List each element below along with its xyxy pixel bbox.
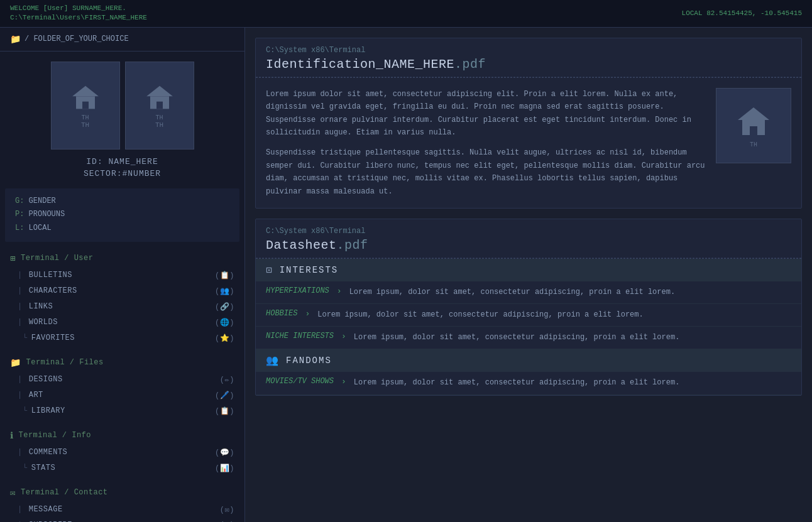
nav-library-label: LIBRARY (31, 406, 65, 415)
nav-characters-count: (👥) (215, 286, 234, 296)
nav-user-section: ⊞ Terminal / User | BULLETINS (📋) | CHAR… (0, 249, 244, 346)
nav-links-label: LINKS (29, 302, 53, 311)
arrow-icon-2: › (305, 309, 310, 321)
folder-icon: 📁 (10, 34, 21, 45)
nav-comments-count: (💬) (215, 448, 234, 457)
profile-info: ID: NAME_HERE SECTOR:#NUMBER (84, 157, 161, 178)
nav-contact-title: Terminal / Contact (21, 488, 108, 497)
nav-user-title: Terminal / User (21, 254, 94, 263)
pipe-icon: | (18, 391, 23, 400)
topbar-welcome: WELCOME [User] SURNAME_HERE. (10, 4, 147, 13)
interests-icon: ⊡ (266, 264, 273, 276)
nav-subscribe[interactable]: | SUBSCRIBE (+) (0, 518, 244, 522)
nav-comments-label: COMMENTS (29, 448, 68, 457)
nav-info-title: Terminal / Info (19, 431, 92, 440)
datasheet-card: C:\System x86\Terminal Datasheet.pdf ⊡ I… (255, 219, 802, 396)
pipe-icon: | (18, 448, 23, 457)
nav-comments[interactable]: | COMMENTS (💬) (0, 445, 244, 460)
profile-images: TH TH (51, 62, 194, 150)
doc1-para2: Suspendisse tristique pellentesque sagit… (266, 146, 706, 198)
svg-marker-3 (146, 86, 173, 97)
nav-favorites[interactable]: └ FAVORITES (⭐) (0, 330, 244, 346)
profile-id: ID: NAME_HERE (84, 157, 161, 166)
svg-marker-6 (738, 107, 769, 120)
doc2-title-text: Datasheet (266, 238, 337, 253)
nav-favorites-count: (⭐) (215, 334, 234, 343)
doc2-header: C:\System x86\Terminal Datasheet.pdf (256, 219, 801, 258)
sub-arrow-icon: └ (23, 464, 28, 472)
stat-pronouns-key: P: (15, 210, 24, 219)
identification-card: C:\System x86\Terminal Identification_NA… (255, 38, 802, 209)
profile-section: TH TH (0, 52, 244, 188)
interest-key-movies: MOVIES/TV SHOWS (266, 377, 334, 389)
interests-section-header: ⊡ INTERESTS (256, 259, 801, 281)
doc1-title: Identification_NAME_HERE.pdf (266, 57, 791, 72)
arrow-icon-3: › (341, 332, 346, 344)
sub-arrow-icon: └ (23, 406, 28, 415)
interests-title: INTERESTS (280, 265, 339, 275)
topbar-path: C:\Terminal\Users\FIRST_NAME_HERE (10, 13, 147, 23)
doc1-title-text: Identification_NAME_HERE (266, 57, 454, 72)
doc1-house-icon: TH (735, 102, 772, 148)
nav-worlds-label: WORLDS (29, 318, 58, 327)
svg-rect-5 (156, 102, 163, 109)
nav-worlds-count: (🌐) (215, 318, 234, 327)
house-icon-2: TH (144, 82, 175, 129)
stat-pronouns-value: PRONOUNS (29, 210, 65, 219)
nav-info-section: ℹ Terminal / Info | COMMENTS (💬) └ STATS (0, 427, 244, 476)
interest-value-hobbies: Lorem ipsum, dolor sit amet, consectetur… (317, 309, 643, 321)
topbar-right: LOCAL 82.54154425, -10.545415 (682, 9, 802, 17)
nav-bulletins-count: (📋) (215, 271, 234, 280)
app-container: WELCOME [User] SURNAME_HERE. C:\Terminal… (0, 0, 812, 522)
user-section-icon: ⊞ (10, 253, 16, 264)
nav-art-label: ART (29, 391, 43, 400)
nav-info-header: ℹ Terminal / Info (0, 427, 244, 445)
nav-worlds[interactable]: | WORLDS (🌐) (0, 315, 244, 330)
doc2-ext: .pdf (337, 238, 368, 253)
pipe-icon: | (18, 302, 23, 311)
nav-stats[interactable]: └ STATS (📊) (0, 460, 244, 476)
files-section-icon: 📁 (10, 357, 21, 368)
content-area: C:\System x86\Terminal Identification_NA… (245, 28, 812, 522)
doc1-para1: Lorem ipsum dolor sit amet, consectetur … (266, 88, 706, 139)
stat-local-key: L: (15, 224, 24, 232)
interest-niche: NICHE INTERESTS › Lorem ipsum, dolor sit… (256, 327, 801, 349)
nav-characters-label: CHARACTERS (29, 286, 77, 295)
pipe-icon: | (18, 505, 23, 514)
stat-pronouns: P: PRONOUNS (15, 208, 229, 222)
info-section-icon: ℹ (10, 430, 14, 441)
stat-gender-key: G: (15, 197, 24, 205)
nav-user-header: ⊞ Terminal / User (0, 249, 244, 268)
interest-value-movies: Lorem ipsum, dolor sit amet, consectetur… (354, 377, 679, 389)
profile-image-1: TH (51, 62, 120, 150)
nav-message[interactable]: | MESSAGE (✉️) (0, 502, 244, 518)
interest-movies-tv: MOVIES/TV SHOWS › Lorem ipsum, dolor sit… (256, 372, 801, 394)
pipe-icon: | (18, 318, 23, 327)
nav-characters[interactable]: | CHARACTERS (👥) (0, 283, 244, 299)
doc1-body: Lorem ipsum dolor sit amet, consectetur … (256, 78, 801, 208)
nav-links[interactable]: | LINKS (🔗) (0, 299, 244, 315)
nav-library[interactable]: └ LIBRARY (📋) (0, 403, 244, 419)
stat-local: L: LOCAL (15, 222, 229, 236)
doc1-path: C:\System x86\Terminal (266, 46, 791, 55)
stat-gender: G: GENDER (15, 195, 229, 209)
nav-art[interactable]: | ART (🖊️) (0, 388, 244, 403)
stat-local-value: LOCAL (29, 224, 52, 232)
nav-designs-label: DESIGNS (29, 375, 63, 384)
interest-hyperfixations: HYPERFIXATIONS › Lorem ipsum, dolor sit … (256, 281, 801, 304)
nav-bulletins[interactable]: | BULLETINS (📋) (0, 268, 244, 283)
pipe-icon: | (18, 286, 23, 295)
svg-marker-0 (72, 86, 99, 97)
fandoms-title: FANDOMS (286, 356, 332, 366)
doc2-path: C:\System x86\Terminal (266, 227, 791, 236)
fandoms-section-header: 👥 FANDOMS (256, 349, 801, 372)
svg-rect-8 (750, 126, 757, 135)
interest-value-hyperfixations: Lorem ipsum, dolor sit amet, consectetur… (349, 286, 675, 298)
nav-designs[interactable]: | DESIGNS (✏️) (0, 372, 244, 388)
profile-image-2: TH (125, 62, 194, 150)
nav-stats-count: (📊) (215, 464, 234, 473)
fandoms-icon: 👥 (266, 354, 280, 367)
svg-rect-2 (82, 102, 89, 109)
arrow-icon-4: › (341, 377, 346, 389)
interest-hobbies: HOBBIES › Lorem ipsum, dolor sit amet, c… (256, 304, 801, 327)
